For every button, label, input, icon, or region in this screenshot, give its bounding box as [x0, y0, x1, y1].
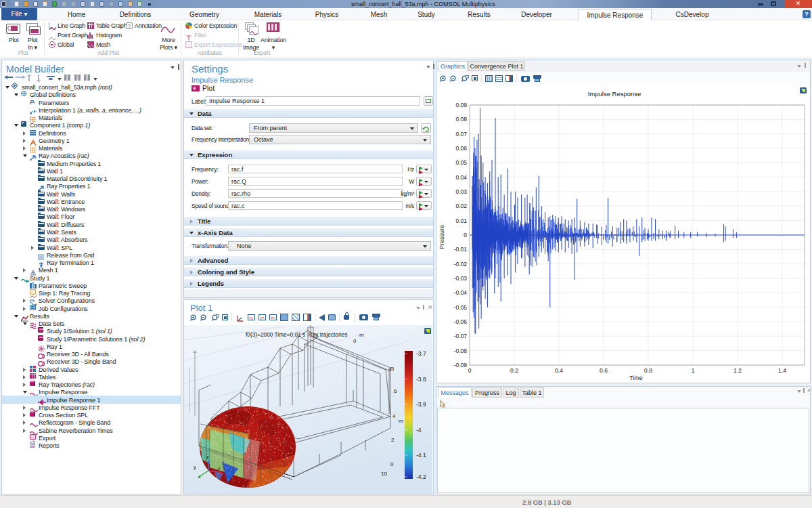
- svg-text:0.2: 0.2: [510, 367, 518, 374]
- svg-text:1.4: 1.4: [778, 367, 786, 374]
- svg-text:-0.07: -0.07: [454, 333, 468, 339]
- svg-text:-4.1: -4.1: [416, 452, 426, 459]
- svg-text:-0.02: -0.02: [454, 261, 468, 268]
- svg-text:m: m: [359, 332, 364, 338]
- svg-text:Pressure: Pressure: [438, 225, 445, 249]
- svg-text:z: z: [206, 454, 209, 460]
- svg-text:0: 0: [464, 232, 467, 238]
- svg-text:-0.09: -0.09: [454, 362, 468, 368]
- svg-text:-0.04: -0.04: [454, 289, 468, 296]
- svg-text:0.01: 0.01: [455, 217, 467, 224]
- svg-text:-4.2: -4.2: [416, 473, 426, 480]
- svg-text:0.8: 0.8: [644, 367, 652, 374]
- svg-text:0.4: 0.4: [555, 367, 563, 374]
- svg-text:y: y: [194, 464, 196, 470]
- svg-text:0.07: 0.07: [455, 131, 467, 137]
- svg-text:0.05: 0.05: [455, 159, 467, 166]
- svg-text:-0.08: -0.08: [454, 347, 468, 354]
- svg-text:0.03: 0.03: [455, 188, 467, 195]
- svg-text:Impulse Response: Impulse Response: [588, 90, 641, 98]
- svg-text:0.09: 0.09: [455, 102, 467, 108]
- svg-text:m: m: [399, 418, 403, 424]
- svg-text:-4: -4: [416, 427, 422, 433]
- svg-text:0.08: 0.08: [455, 116, 467, 123]
- svg-text:0.06: 0.06: [455, 145, 467, 152]
- svg-text:-0.01: -0.01: [454, 246, 468, 253]
- svg-text:10: 10: [381, 471, 387, 477]
- svg-text:Time: Time: [629, 375, 643, 381]
- svg-text:6: 6: [394, 388, 397, 394]
- svg-text:1: 1: [692, 367, 695, 374]
- svg-text:0: 0: [468, 367, 472, 374]
- svg-text:0.6: 0.6: [600, 367, 608, 374]
- svg-text:-3.8: -3.8: [416, 376, 426, 383]
- svg-text:-5: -5: [389, 366, 394, 372]
- svg-text:0: 0: [390, 461, 394, 467]
- svg-text:f0(3)=2000 Time=0.01 s Ray tr: f0(3)=2000 Time=0.01 s Ray trajectories: [246, 331, 347, 338]
- svg-text:x: x: [218, 465, 221, 471]
- svg-text:-0.05: -0.05: [454, 304, 468, 311]
- svg-text:2: 2: [391, 437, 394, 443]
- svg-text:1.2: 1.2: [734, 367, 742, 374]
- svg-text:0.04: 0.04: [455, 174, 467, 181]
- svg-text:-3.9: -3.9: [416, 401, 426, 408]
- svg-text:-0.06: -0.06: [454, 318, 468, 325]
- svg-text:0: 0: [353, 338, 357, 344]
- svg-text:-0.03: -0.03: [454, 275, 468, 282]
- svg-text:4: 4: [392, 413, 396, 419]
- svg-text:0.02: 0.02: [455, 203, 467, 209]
- svg-text:-3.7: -3.7: [416, 350, 426, 357]
